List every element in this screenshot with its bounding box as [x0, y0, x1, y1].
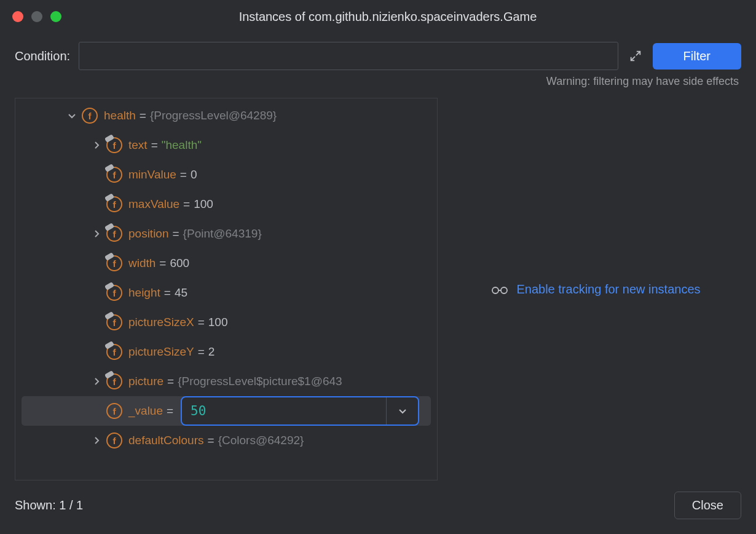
chevron-right-icon[interactable]: [89, 374, 104, 389]
field-icon: f: [106, 255, 122, 271]
field-icon: f: [106, 432, 122, 448]
field-name: _value: [128, 404, 163, 418]
chevron-right-icon[interactable]: [89, 226, 104, 241]
field-value: 2: [208, 345, 215, 359]
value-input[interactable]: [182, 404, 386, 418]
field-value: 600: [170, 257, 189, 270]
field-icon: f: [106, 314, 122, 330]
field-icon: f: [106, 226, 122, 242]
tree-row-health[interactable]: f health = {ProgressLevel@64289}: [15, 101, 437, 130]
svg-point-1: [501, 287, 507, 293]
field-name: defaultColours: [128, 434, 204, 447]
field-value: 0: [191, 168, 197, 181]
field-name: health: [104, 109, 136, 122]
window-close-icon[interactable]: [12, 11, 23, 22]
field-name: pictureSizeY: [128, 345, 194, 359]
tree-row-picture[interactable]: f picture = {ProgressLevel$picture$1@643: [15, 367, 437, 396]
field-value: "health": [162, 138, 202, 152]
tree-row-width[interactable]: f width = 600: [15, 249, 437, 278]
field-name: picture: [128, 375, 163, 388]
tree-row-text[interactable]: f text = "health": [15, 130, 437, 160]
tree-row-position[interactable]: f position = {Point@64319}: [15, 219, 437, 249]
enable-tracking-link[interactable]: Enable tracking for new instances: [490, 282, 700, 297]
chevron-down-icon[interactable]: [386, 397, 418, 424]
field-icon: f: [82, 108, 98, 124]
chevron-right-icon[interactable]: [89, 433, 104, 448]
field-name: width: [128, 257, 156, 270]
tree-row-defaultcolours[interactable]: f defaultColours = {Colors@64292}: [15, 426, 437, 455]
field-icon: f: [106, 403, 122, 419]
tree-row-value-selected[interactable]: f _value =: [22, 396, 431, 426]
field-name: text: [128, 138, 148, 152]
field-value: {ProgressLevel$picture$1@643: [178, 375, 342, 388]
field-name: pictureSizeX: [128, 316, 194, 329]
warning-text: Warning: filtering may have side effects: [0, 71, 756, 94]
shown-count: Shown: 1 / 1: [15, 498, 83, 512]
window-minimize-icon[interactable]: [31, 11, 42, 22]
glasses-icon: [490, 284, 509, 295]
svg-point-0: [492, 287, 498, 293]
field-icon: f: [106, 167, 122, 183]
field-name: height: [128, 286, 160, 300]
tree-row-picturesizey[interactable]: f pictureSizeY = 2: [15, 337, 437, 367]
field-icon: f: [106, 137, 122, 153]
window-title: Instances of com.github.nizienko.spacein…: [61, 10, 745, 24]
close-button[interactable]: Close: [674, 492, 741, 519]
field-value: {ProgressLevel@64289}: [150, 109, 277, 122]
condition-label: Condition:: [15, 49, 70, 63]
field-value: {Point@64319}: [183, 227, 262, 241]
condition-input[interactable]: [79, 42, 618, 70]
value-editor[interactable]: [181, 396, 419, 426]
window-zoom-icon[interactable]: [50, 11, 61, 22]
field-icon: f: [106, 196, 122, 212]
tree-row-picturesizex[interactable]: f pictureSizeX = 100: [15, 308, 437, 337]
filter-button[interactable]: Filter: [653, 43, 741, 70]
field-value: 100: [208, 316, 228, 329]
field-value: {Colors@64292}: [218, 434, 304, 447]
field-name: minValue: [128, 168, 176, 181]
chevron-right-icon[interactable]: [89, 138, 104, 153]
tree-panel[interactable]: f health = {ProgressLevel@64289} f text …: [15, 98, 438, 480]
field-name: maxValue: [128, 197, 179, 211]
field-icon: f: [106, 344, 122, 360]
tree-row-minvalue[interactable]: f minValue = 0: [15, 160, 437, 189]
field-value: 100: [194, 197, 213, 211]
expand-icon[interactable]: [627, 47, 644, 65]
field-value: 45: [175, 286, 187, 300]
chevron-down-icon[interactable]: [65, 108, 79, 123]
field-name: position: [128, 227, 169, 241]
field-icon: f: [106, 285, 122, 301]
field-icon: f: [106, 373, 122, 389]
tree-row-height[interactable]: f height = 45: [15, 278, 437, 308]
tracking-link-text: Enable tracking for new instances: [516, 282, 700, 297]
tree-row-maxvalue[interactable]: f maxValue = 100: [15, 189, 437, 219]
